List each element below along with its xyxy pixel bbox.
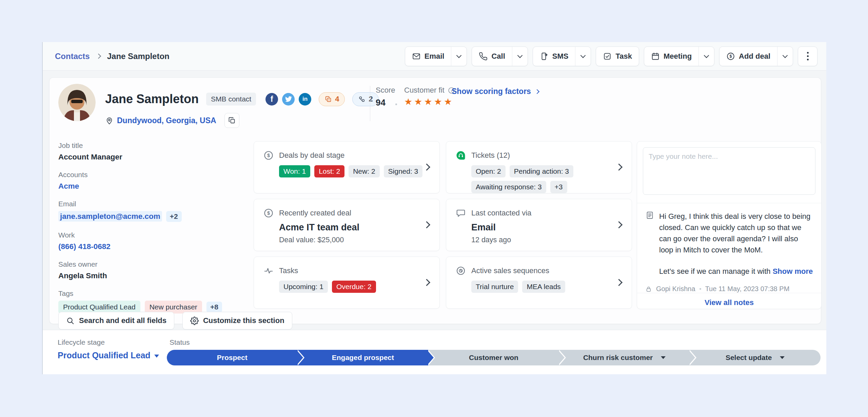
email-dropdown-button[interactable]	[451, 47, 467, 66]
facebook-icon[interactable]: f	[265, 93, 278, 106]
score-value: 94	[376, 97, 395, 108]
stacked-cards-icon	[324, 95, 332, 103]
star-icon	[404, 97, 414, 107]
card-title: Active sales sequences	[471, 266, 549, 275]
task-button-label: Task	[615, 52, 632, 61]
status-stage-churn-risk[interactable]: Churn risk customer	[559, 350, 690, 365]
add-deal-button[interactable]: $ Add deal	[719, 47, 777, 66]
stage-label: Prospect	[217, 354, 248, 362]
status-stage-prospect[interactable]: Prospect	[167, 350, 298, 365]
copy-button[interactable]	[224, 113, 239, 128]
caret-down-icon	[154, 355, 159, 358]
upcoming-badge: Upcoming: 1	[279, 281, 328, 293]
phone-icon	[479, 52, 488, 61]
search-edit-fields-button[interactable]: Search and edit all fields	[58, 312, 174, 329]
tickets-card[interactable]: Tickets (12) Open: 2 Pending action: 3 A…	[446, 141, 632, 193]
field-label: Tags	[58, 289, 248, 298]
call-button-label: Call	[491, 52, 505, 61]
activity-pulse-icon	[263, 266, 274, 276]
location-pin-icon	[105, 116, 114, 125]
field-label: Email	[58, 200, 248, 208]
status-stage-bar: Prospect Engaged prospect Customer won C…	[167, 350, 821, 365]
contact-name: Jane Sampleton	[105, 92, 199, 106]
email-button-group: Email	[405, 46, 467, 66]
tasks-card[interactable]: Tasks Upcoming: 1 Overdue: 2	[254, 257, 440, 309]
freshdesk-tickets-icon	[456, 150, 466, 160]
status-stage-select-update[interactable]: Select update	[690, 350, 821, 365]
status-stage-engaged-prospect[interactable]: Engaged prospect	[298, 350, 429, 365]
pending-badge: Pending action: 3	[510, 165, 573, 177]
more-tags-chip[interactable]: +8	[206, 302, 222, 312]
note-input[interactable]	[643, 147, 815, 195]
field-label: Job title	[58, 141, 248, 150]
contact-details-column: Job title Account Manager Accounts Acme …	[58, 141, 248, 323]
open-tickets-pill[interactable]: 4	[319, 92, 345, 106]
signed-badge: Signed: 3	[384, 165, 423, 177]
last-contacted-card[interactable]: Last contacted via Email 12 days ago	[446, 199, 632, 251]
more-actions-button[interactable]	[798, 46, 817, 66]
note-author: Gopi Krishna	[656, 285, 695, 293]
note-document-icon	[645, 211, 654, 220]
email-link[interactable]: jane.sampleton@acme.com	[58, 211, 162, 222]
email-button-label: Email	[425, 52, 445, 61]
overdue-badge: Overdue: 2	[332, 281, 376, 293]
lifecycle-stage-dropdown[interactable]: Product Qualified Lead	[58, 350, 159, 360]
lock-icon	[645, 286, 652, 292]
recent-deal-card[interactable]: $ Recently created deal Acme IT team dea…	[254, 199, 440, 251]
status-stage-customer-won[interactable]: Customer won	[428, 350, 559, 365]
star-icon	[414, 97, 424, 107]
dollar-circle-icon: $	[263, 150, 274, 160]
add-deal-dropdown-button[interactable]	[777, 47, 793, 66]
scoring-link-label: Show scoring factors	[452, 87, 531, 96]
score-label: Score	[376, 86, 395, 95]
chevron-down-icon	[783, 53, 788, 58]
add-deal-button-group: $ Add deal	[719, 46, 793, 66]
card-title: Tasks	[279, 266, 298, 275]
show-more-link[interactable]: Show more	[773, 267, 813, 276]
twitter-icon[interactable]	[282, 93, 295, 106]
caret-down-icon	[661, 356, 666, 359]
score-block: Score 94	[376, 86, 395, 108]
sms-dropdown-button[interactable]	[575, 47, 591, 66]
view-all-notes-link[interactable]: View all notes	[637, 293, 821, 313]
breadcrumb-contacts-link[interactable]: Contacts	[55, 52, 90, 61]
email-icon	[412, 52, 421, 61]
content-area: Jane Sampleton SMB contact f in 4 2	[43, 71, 826, 374]
copy-icon	[228, 116, 236, 125]
location-link[interactable]: Dundywood, Georgia, USA	[117, 116, 216, 125]
card-title: Recently created deal	[279, 209, 351, 217]
call-button[interactable]: Call	[472, 47, 512, 66]
sales-sequences-card[interactable]: Active sales sequences Trial nurture MEA…	[446, 257, 632, 309]
target-icon	[456, 266, 466, 276]
deal-value: Deal value: $25,000	[279, 236, 430, 244]
sms-button[interactable]: SMS	[533, 47, 575, 66]
gear-icon	[190, 317, 199, 325]
task-icon	[603, 52, 612, 61]
email-button[interactable]: Email	[405, 47, 451, 66]
field-work-phone: Work (866) 418-0682	[58, 231, 248, 251]
call-dropdown-button[interactable]	[512, 47, 528, 66]
more-badge: +3	[550, 181, 567, 193]
location-row: Dundywood, Georgia, USA	[105, 113, 239, 128]
show-scoring-factors-link[interactable]: Show scoring factors	[452, 87, 539, 96]
customize-section-button[interactable]: Customize this section	[182, 312, 292, 329]
linkedin-icon[interactable]: in	[299, 93, 311, 106]
field-label: Work	[58, 231, 248, 239]
meeting-button[interactable]: Meeting	[644, 47, 698, 66]
contact-summary-card: Jane Sampleton SMB contact f in 4 2	[49, 77, 821, 324]
meeting-dropdown-button[interactable]	[698, 47, 714, 66]
account-link[interactable]: Acme	[58, 182, 248, 191]
lifecycle-section: Lifecycle stage Product Qualified Lead S…	[43, 330, 826, 374]
action-toolbar: Email Call SMS	[405, 46, 817, 66]
card-title: Tickets (12)	[471, 151, 510, 160]
deals-by-stage-card[interactable]: $ Deals by deal stage Won: 1 Lost: 2 New…	[254, 141, 440, 193]
task-button[interactable]: Task	[596, 47, 639, 66]
note-input-wrap	[637, 141, 821, 203]
field-email: Email jane.sampleton@acme.com+2	[58, 200, 248, 222]
more-emails-chip[interactable]: +2	[166, 211, 182, 222]
work-phone-link[interactable]: (866) 418-0682	[58, 242, 248, 251]
related-contacts-pill[interactable]: 2	[352, 92, 378, 106]
won-badge: Won: 1	[279, 165, 310, 177]
lifecycle-stage-value: Product Qualified Lead	[58, 350, 151, 360]
highlight-cards-grid: $ Deals by deal stage Won: 1 Lost: 2 New…	[254, 141, 632, 309]
